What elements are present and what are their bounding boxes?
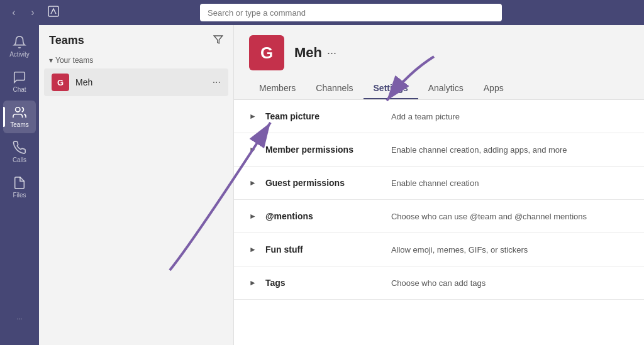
tab-settings[interactable]: Settings	[364, 78, 418, 99]
search-input[interactable]	[200, 4, 502, 21]
sidebar-item-files[interactable]: Files	[3, 171, 36, 204]
sidebar-teams-label: Teams	[10, 121, 28, 128]
tab-apps[interactable]: Apps	[474, 78, 514, 99]
sidebar-item-chat[interactable]: Chat	[3, 65, 36, 98]
settings-label-mentions: @mentions	[265, 211, 391, 221]
settings-desc-tags: Choose who can add tags	[391, 278, 486, 288]
settings-desc-guest-permissions: Enable channel creation	[391, 178, 479, 188]
main-content: G Meh ··· Members Channels Settings Anal…	[234, 25, 644, 345]
tab-analytics[interactable]: Analytics	[418, 78, 474, 99]
settings-content: ► Team picture Add a team picture ► Memb…	[234, 100, 644, 345]
sidebar-chat-label: Chat	[13, 86, 26, 93]
tab-channels[interactable]: Channels	[306, 78, 363, 99]
sidebar-item-calls[interactable]: Calls	[3, 136, 36, 168]
icon-sidebar: Activity Chat Teams Calls	[0, 25, 39, 345]
chevron-down-icon: ▾	[49, 56, 53, 65]
forward-button[interactable]: ›	[25, 5, 40, 20]
chevron-right-icon-2: ►	[249, 145, 257, 154]
settings-label-tags: Tags	[265, 278, 391, 288]
sidebar-files-label: Files	[13, 192, 26, 199]
settings-label-guest-permissions: Guest permissions	[265, 178, 391, 188]
settings-row-mentions[interactable]: ► @mentions Choose who can use @team and…	[234, 200, 644, 233]
settings-desc-team-picture: Add a team picture	[391, 112, 460, 121]
settings-desc-fun-stuff: Allow emoji, memes, GIFs, or stickers	[391, 245, 528, 255]
settings-row-tags[interactable]: ► Tags Choose who can add tags	[234, 266, 644, 300]
team-title-row: Meh ···	[294, 45, 336, 61]
chevron-right-icon-3: ►	[249, 178, 257, 187]
tab-members[interactable]: Members	[249, 78, 306, 99]
title-bar: ‹ ›	[0, 0, 644, 25]
your-teams-label: Your teams	[55, 56, 93, 65]
settings-row-member-permissions[interactable]: ► Member permissions Enable channel crea…	[234, 133, 644, 167]
settings-label-fun-stuff: Fun stuff	[265, 244, 391, 255]
team-name-meh: Meh	[75, 77, 206, 87]
your-teams-section[interactable]: ▾ Your teams	[39, 53, 233, 67]
sidebar-item-teams[interactable]: Teams	[3, 101, 36, 133]
settings-row-team-picture[interactable]: ► Team picture Add a team picture	[234, 100, 644, 133]
sidebar-calls-label: Calls	[13, 156, 26, 163]
sidebar-activity-label: Activity	[9, 51, 30, 58]
settings-row-guest-permissions[interactable]: ► Guest permissions Enable channel creat…	[234, 167, 644, 200]
svg-marker-2	[214, 36, 222, 43]
teams-panel-title: Teams	[49, 34, 84, 47]
teams-panel: Teams ▾ Your teams G Meh ···	[39, 25, 234, 345]
team-header: G Meh ··· Members Channels Settings Anal…	[234, 25, 644, 100]
settings-label-team-picture: Team picture	[265, 111, 391, 121]
team-more-button[interactable]: ···	[213, 77, 221, 88]
chevron-right-icon: ►	[249, 112, 257, 121]
back-button[interactable]: ‹	[6, 5, 21, 20]
chevron-right-icon-5: ►	[249, 245, 257, 254]
chevron-right-icon-6: ►	[249, 278, 257, 287]
sidebar-more-icon: ···	[17, 315, 22, 322]
chevron-right-icon-4: ►	[249, 212, 257, 221]
app-body: Activity Chat Teams Calls	[0, 25, 644, 345]
settings-desc-mentions: Choose who can use @team and @channel me…	[391, 212, 587, 221]
team-avatar-meh: G	[52, 74, 69, 91]
settings-desc-member-permissions: Enable channel creation, adding apps, an…	[391, 145, 567, 155]
team-large-avatar: G	[249, 35, 284, 70]
nav-buttons: ‹ ›	[6, 5, 40, 20]
teams-panel-header: Teams	[39, 25, 233, 53]
team-main-title: Meh	[294, 45, 322, 61]
sidebar-more-button[interactable]: ···	[3, 302, 36, 335]
team-header-top: G Meh ···	[249, 35, 629, 70]
tabs-row: Members Channels Settings Analytics Apps	[249, 78, 629, 99]
settings-row-fun-stuff[interactable]: ► Fun stuff Allow emoji, memes, GIFs, or…	[234, 233, 644, 266]
svg-point-1	[16, 107, 20, 112]
settings-label-member-permissions: Member permissions	[265, 145, 391, 155]
filter-button[interactable]	[213, 35, 223, 47]
team-options-button[interactable]: ···	[327, 47, 336, 60]
team-item-meh[interactable]: G Meh ···	[44, 68, 228, 96]
compose-button[interactable]	[48, 6, 59, 19]
search-bar[interactable]	[200, 4, 502, 21]
sidebar-item-activity[interactable]: Activity	[3, 30, 36, 63]
